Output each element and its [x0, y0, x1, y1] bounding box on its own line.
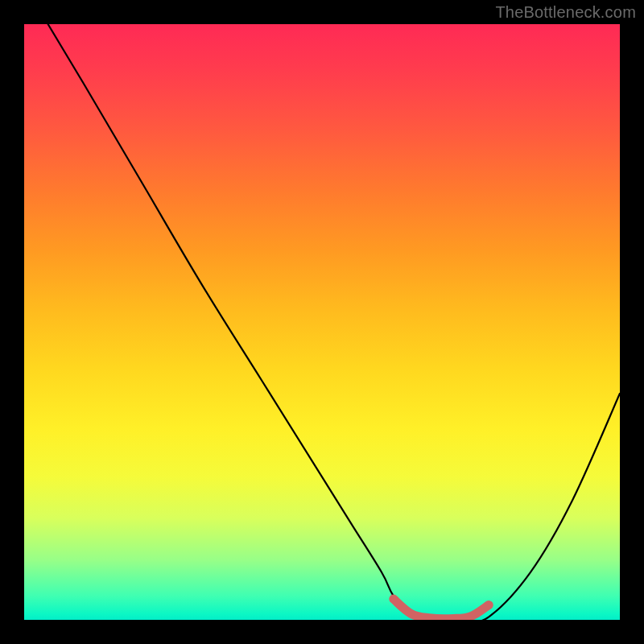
bottleneck-curve	[48, 24, 620, 620]
optimal-range-highlight	[394, 599, 489, 619]
watermark-text: TheBottleneck.com	[495, 3, 636, 22]
chart-svg	[24, 24, 620, 620]
chart-frame: TheBottleneck.com	[0, 0, 644, 644]
plot-area	[24, 24, 620, 620]
